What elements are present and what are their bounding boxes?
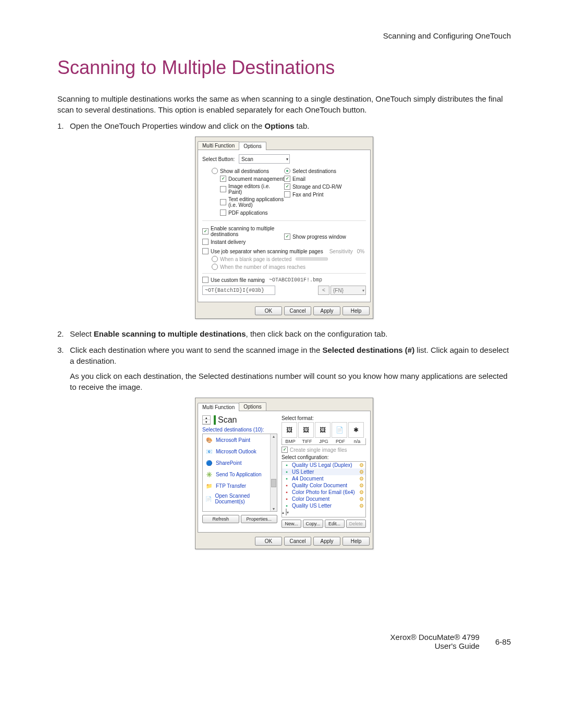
gear-icon: ⚙: [359, 503, 364, 509]
help-button[interactable]: Help: [342, 306, 370, 315]
gear-icon: ⚙: [359, 483, 364, 488]
chk-enable-multi[interactable]: [202, 228, 209, 235]
chk-instant-delivery[interactable]: [202, 239, 209, 245]
chk-custom-naming[interactable]: [202, 277, 209, 283]
open-doc-icon: 📄: [205, 495, 212, 503]
scroll-up-icon[interactable]: ▴: [282, 510, 284, 515]
page-number: 6-85: [495, 637, 511, 646]
format-pdf[interactable]: 📄: [332, 422, 347, 438]
tab-multi-function[interactable]: Multi Function: [198, 141, 239, 150]
edit-button[interactable]: Edit...: [325, 520, 345, 528]
format-tiff[interactable]: 🖼: [298, 422, 314, 438]
page-icon: ▪: [284, 462, 290, 468]
step-1: Open the OneTouch Properties window and …: [57, 120, 511, 131]
chk-show-progress[interactable]: [284, 233, 290, 240]
scroll-down-icon[interactable]: ▾: [273, 507, 275, 511]
button-spinner[interactable]: ▴▾: [202, 415, 211, 425]
gear-icon: ⚙: [359, 489, 364, 495]
list-item: 📄Open Scanned Document(s): [203, 491, 277, 506]
chevron-down-icon: ▾: [286, 157, 288, 162]
ok-button[interactable]: OK: [255, 537, 282, 546]
scan-title: Scan: [214, 415, 237, 425]
ftp-icon: 📁: [205, 482, 213, 490]
copy-button[interactable]: Copy...: [303, 520, 323, 528]
chk-doc-mgmt[interactable]: [220, 176, 226, 182]
step-2: Select Enable scanning to multiple desti…: [57, 328, 511, 339]
scrollbar[interactable]: ▴ ▾: [270, 434, 277, 511]
chk-email[interactable]: [284, 176, 290, 182]
paint-icon: 🎨: [205, 436, 213, 444]
sendto-icon: ✳️: [205, 470, 213, 478]
apply-button[interactable]: Apply: [313, 306, 340, 315]
page-icon: ▪: [284, 469, 290, 475]
selected-destinations-label: Selected destinations (10):: [202, 427, 277, 433]
page-icon: ▪: [284, 503, 290, 509]
section-title: Scanning to Multiple Destinations: [57, 57, 511, 79]
radio-num-images: [212, 264, 218, 270]
list-item: ▪Quality US Legal (Duplex)⚙: [282, 462, 365, 468]
page-footer: Xerox® DocuMate® 4799 User's Guide 6-85: [57, 633, 511, 650]
list-item: ▪A4 Document⚙: [282, 475, 365, 482]
page-icon: ▪: [284, 476, 290, 482]
scroll-down-icon[interactable]: ▾: [287, 510, 289, 515]
list-item: ▪Quality Color Document⚙: [282, 482, 365, 489]
scroll-thumb[interactable]: [271, 479, 276, 487]
list-item: 🔵SharePoint: [203, 457, 277, 468]
delete-button[interactable]: Delete: [346, 520, 366, 528]
refresh-button[interactable]: Refresh: [202, 515, 239, 523]
radio-select-destinations[interactable]: [284, 168, 290, 174]
sensitivity-slider: [296, 257, 328, 261]
list-item: ▪Quality US Letter⚙: [282, 502, 365, 509]
tab-multi-function[interactable]: Multi Function: [198, 403, 239, 411]
select-button-dropdown[interactable]: Scan ▾: [239, 154, 290, 164]
gear-icon: ⚙: [359, 476, 364, 482]
sharepoint-icon: 🔵: [205, 459, 213, 467]
chk-image-editors[interactable]: [220, 186, 226, 192]
tab-options[interactable]: Options: [239, 142, 266, 150]
chk-fax-print[interactable]: [284, 191, 290, 198]
list-item: ▪Color Photo for Email (6x4)⚙: [282, 489, 365, 496]
chk-job-separator[interactable]: [202, 248, 209, 254]
sensitivity-value: 0%: [357, 249, 364, 254]
chevron-down-icon: ▾: [362, 288, 364, 293]
cancel-button[interactable]: Cancel: [284, 537, 311, 546]
config-list[interactable]: ▪Quality US Legal (Duplex)⚙ ▪US Letter⚙ …: [282, 461, 366, 517]
format-jpg[interactable]: 🖼: [315, 422, 331, 438]
select-button-label: Select Button:: [202, 156, 239, 162]
filename-preview: ~OTABCDI001F!.bmp: [269, 277, 322, 283]
naming-pattern-input[interactable]: ~OT{BatchID}I{#03b}: [202, 286, 275, 295]
scroll-up-icon[interactable]: ▴: [273, 434, 275, 439]
apply-button[interactable]: Apply: [313, 537, 340, 546]
step-3-followup: As you click on each destination, the Se…: [70, 371, 511, 392]
chk-storage[interactable]: [284, 183, 290, 190]
sensitivity-label: Sensitivity: [329, 249, 353, 254]
pager-prev[interactable]: <: [318, 286, 329, 295]
options-dialog: Multi Function Options Select Button: Sc…: [195, 137, 373, 319]
list-item: ✳️Send To Application: [203, 468, 277, 480]
list-item: 🎨Microsoft Paint: [203, 434, 277, 446]
new-button[interactable]: New...: [282, 520, 301, 528]
scrollbar[interactable]: ▴ ▾: [282, 509, 365, 515]
color-page-icon: ▪: [284, 483, 290, 488]
format-bmp[interactable]: 🖼: [282, 422, 297, 438]
color-page-icon: ▪: [284, 489, 290, 495]
destinations-list[interactable]: 🎨Microsoft Paint 📧Microsoft Outlook 🔵Sha…: [202, 434, 277, 512]
chk-pdf-apps[interactable]: [220, 209, 226, 216]
color-page-icon: ▪: [284, 496, 290, 502]
chk-single-image[interactable]: [282, 447, 288, 453]
chk-text-editors[interactable]: [220, 199, 226, 205]
properties-button[interactable]: Properties...: [241, 515, 278, 523]
ok-button[interactable]: OK: [255, 306, 282, 315]
help-button[interactable]: Help: [342, 537, 370, 546]
radio-blank-page: [212, 256, 218, 262]
pager-token-select[interactable]: {FN} ▾: [331, 286, 366, 295]
step-3: Click each destination where you want to…: [57, 344, 511, 392]
outlook-icon: 📧: [205, 447, 213, 455]
cancel-button[interactable]: Cancel: [284, 306, 311, 315]
format-na[interactable]: ✱: [348, 422, 364, 438]
list-item: 📧Microsoft Outlook: [203, 446, 277, 457]
radio-show-all[interactable]: [212, 168, 218, 174]
tab-options[interactable]: Options: [239, 402, 266, 411]
gear-icon: ⚙: [359, 462, 364, 468]
select-config-label: Select configuration:: [282, 454, 366, 460]
